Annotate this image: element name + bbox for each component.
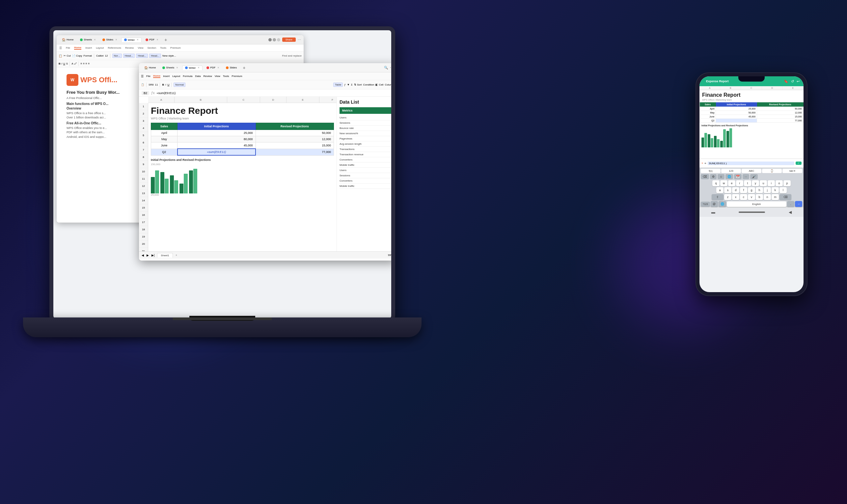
tab-sheets[interactable]: Sheets ✕ bbox=[77, 37, 99, 42]
cell-may-label[interactable]: May bbox=[151, 136, 177, 142]
key-d[interactable]: d bbox=[732, 187, 739, 193]
style-heading2[interactable]: Head... bbox=[136, 54, 148, 57]
phone-june-initial[interactable]: 45,000 bbox=[716, 115, 757, 119]
key-space-english[interactable]: English bbox=[727, 201, 786, 207]
style-normal[interactable]: Nor... bbox=[112, 54, 122, 57]
style-heading3[interactable]: Head... bbox=[149, 54, 161, 57]
tab-pdf-close[interactable]: ✕ bbox=[156, 38, 158, 41]
metric-mobile-traffic[interactable]: Mobile traffic bbox=[340, 163, 391, 168]
kb-gear-icon[interactable]: ⚙ bbox=[710, 174, 716, 179]
cell-april-initial[interactable]: 25,000 bbox=[177, 130, 256, 136]
font-name[interactable]: Calibri bbox=[96, 54, 104, 57]
tab-writer-close[interactable]: ✕ bbox=[137, 38, 139, 41]
sheets-formula-menu[interactable]: Formula bbox=[183, 75, 192, 78]
menu-tools[interactable]: Tools bbox=[160, 47, 166, 49]
font-color-btn[interactable]: A bbox=[71, 62, 73, 65]
key-h[interactable]: h bbox=[756, 187, 763, 193]
sheets-italic[interactable]: I bbox=[165, 83, 166, 86]
search-icon[interactable]: 🔍 bbox=[384, 66, 388, 69]
metric-mobile-2[interactable]: Mobile traffic bbox=[340, 184, 391, 189]
menu-file[interactable]: File bbox=[66, 47, 70, 49]
sheets-file[interactable]: File bbox=[146, 75, 151, 78]
key-j[interactable]: j bbox=[764, 187, 771, 193]
cell-q2-revised[interactable]: 77,000 bbox=[256, 149, 334, 155]
sheets-underline[interactable]: U bbox=[167, 83, 169, 86]
add-sheet-button[interactable]: + bbox=[175, 254, 177, 257]
menu-home[interactable]: Home bbox=[74, 46, 81, 50]
phone-keyboard-area[interactable]: f(x) 123 ABC ⌚ tab⇥ ⌫ ⚙ ☺ 🌐 📅 ··· 🎤 bbox=[699, 168, 803, 207]
kb-calendar-icon[interactable]: 📅 bbox=[734, 174, 742, 179]
cell-june-revised[interactable]: 15,000 bbox=[256, 142, 334, 149]
nav-prev-sheet[interactable]: ◀ bbox=[142, 254, 144, 257]
table-button[interactable]: Table bbox=[333, 83, 343, 87]
key-a[interactable]: a bbox=[716, 187, 724, 193]
metric-pageviews[interactable]: Pageviews bbox=[340, 136, 391, 142]
sheets-data-menu[interactable]: Data bbox=[195, 75, 201, 78]
cell-icon[interactable]: ◧ Cell bbox=[376, 83, 383, 86]
function-icon[interactable]: ƒ bbox=[344, 83, 345, 86]
key-k[interactable]: k bbox=[772, 187, 779, 193]
phone-bottom-square[interactable]: ▬ bbox=[711, 210, 715, 215]
key-o[interactable]: o bbox=[776, 180, 783, 186]
metric-sessions-2[interactable]: Sessions bbox=[340, 173, 391, 178]
sheets-layout-menu[interactable]: Layout bbox=[172, 75, 180, 78]
metric-avg-session[interactable]: Avg.session length bbox=[340, 142, 391, 147]
phone-bookmark-icon[interactable]: 🔖 bbox=[784, 79, 789, 84]
key-m[interactable]: m bbox=[772, 194, 779, 200]
font-size[interactable]: 12 bbox=[105, 54, 108, 57]
justify-btn[interactable]: ≡ bbox=[88, 62, 90, 65]
key-return[interactable]: → bbox=[795, 201, 802, 207]
phone-may-initial[interactable]: 50,000 bbox=[716, 111, 757, 115]
cell-may-revised[interactable]: 12,000 bbox=[256, 136, 334, 142]
sheets-home-menu[interactable]: Home bbox=[153, 74, 160, 78]
phone-formula-content[interactable]: SUM( E9:E11 ) bbox=[708, 162, 794, 165]
italic-btn[interactable]: I bbox=[62, 62, 62, 65]
sheets-premium-menu[interactable]: Premium bbox=[232, 75, 242, 78]
metric-users[interactable]: Users ★ bbox=[340, 115, 391, 121]
more-options-icon[interactable]: ⋯ bbox=[298, 38, 301, 41]
key-period[interactable]: . bbox=[787, 201, 794, 207]
key-r[interactable]: r bbox=[736, 180, 743, 186]
key-b[interactable]: b bbox=[756, 194, 763, 200]
cell-may-initial[interactable]: 80,000 bbox=[177, 136, 256, 142]
nav-play-sheet[interactable]: ▶ bbox=[146, 254, 149, 257]
menu-section[interactable]: Section bbox=[148, 47, 156, 49]
paste-icon[interactable]: 📋 bbox=[58, 54, 62, 58]
sheets-tab-pdf[interactable]: PDF ✕ bbox=[204, 66, 222, 70]
nav-end-sheet[interactable]: ▶| bbox=[152, 254, 154, 257]
sheets-tab-sheets[interactable]: Sheets ✕ bbox=[160, 66, 181, 70]
style-normal-btn[interactable]: Nor... bbox=[112, 54, 122, 58]
sheets-close[interactable]: ✕ bbox=[176, 67, 178, 69]
underline-btn[interactable]: U bbox=[63, 62, 65, 65]
phone-april-revised[interactable]: 50,000 bbox=[757, 107, 803, 111]
metric-transaction-revenue[interactable]: Transaction revenue bbox=[340, 152, 391, 157]
sheets-pdf-close[interactable]: ✕ bbox=[217, 67, 219, 69]
sheets-view-menu[interactable]: View bbox=[215, 75, 220, 78]
copy-icon[interactable]: 📄 Copy bbox=[72, 54, 82, 57]
metric-bounce-rate[interactable]: Bounce rate ★ bbox=[340, 126, 391, 131]
key-123[interactable]: ?123 bbox=[701, 202, 710, 206]
style-h2-btn[interactable]: Head... bbox=[136, 54, 148, 58]
cell-reference[interactable]: B2 bbox=[142, 91, 149, 95]
sheets-writer-close[interactable]: ✕ bbox=[197, 67, 200, 69]
sheets-bold[interactable]: B bbox=[162, 83, 164, 86]
phone-formula-x[interactable]: × bbox=[702, 162, 703, 165]
key-z[interactable]: z bbox=[724, 194, 731, 200]
phone-q2-revised[interactable]: 77,000 bbox=[757, 119, 803, 123]
key-w[interactable]: w bbox=[720, 180, 727, 186]
condition-icon[interactable]: Condition bbox=[363, 83, 375, 86]
sheet-tab-1[interactable]: Sheet1 bbox=[157, 253, 173, 257]
sheets-tab-home[interactable]: 🏠 Home bbox=[142, 66, 158, 70]
tab-sheets-close[interactable]: ✕ bbox=[94, 38, 96, 41]
kb-watch-btn[interactable]: ⌚ bbox=[762, 169, 782, 173]
key-s[interactable]: s bbox=[724, 187, 731, 193]
sheets-insert-menu[interactable]: Insert bbox=[163, 75, 170, 78]
highlight-btn[interactable]: 🖊 bbox=[74, 62, 77, 65]
kb-tab-btn[interactable]: tab⇥ bbox=[782, 169, 802, 173]
menu-view[interactable]: View bbox=[138, 47, 143, 49]
tab-slides-close[interactable]: ✕ bbox=[115, 38, 117, 41]
kb-backspace-icon[interactable]: ⌫ bbox=[701, 174, 709, 179]
sheets-tab-slides[interactable]: Slides bbox=[223, 66, 239, 70]
phone-q2-label[interactable]: Q2 bbox=[700, 119, 716, 123]
phone-bottom-back[interactable]: ◀ bbox=[789, 210, 792, 215]
